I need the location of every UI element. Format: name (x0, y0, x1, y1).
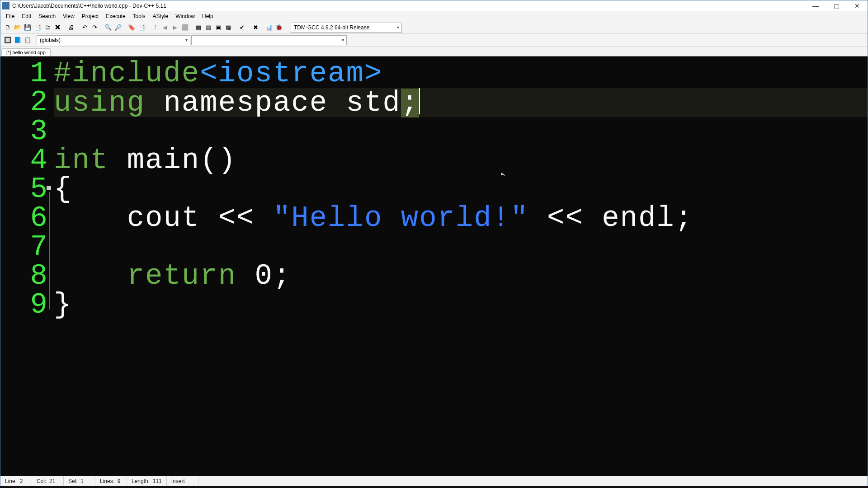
window-title: C:\Users\Jacob\Documents\C++\hello world… (12, 3, 805, 9)
code-area[interactable]: #include<iostream> using namespace std; … (54, 56, 868, 476)
goto-line-icon[interactable]: ⤴ (151, 23, 160, 32)
replace-icon[interactable]: 🔎 (113, 23, 123, 32)
new-file-icon[interactable]: 🗋 (3, 23, 12, 32)
print-icon[interactable]: 🖨 (66, 23, 75, 32)
status-sel: Sel: 1 (64, 476, 95, 486)
fold-marker-icon[interactable] (47, 186, 51, 190)
devcpp-taskbar-icon[interactable] (108, 486, 122, 488)
menu-window[interactable]: Window (172, 12, 198, 20)
bracket-guide (49, 192, 50, 310)
tabstrip: [*] hello world.cpp (0, 47, 868, 56)
taskbar-app-icon[interactable] (81, 486, 95, 488)
code-line (54, 233, 868, 262)
undo-icon[interactable]: ↶ (80, 23, 89, 32)
toolbar-main: 🗋 📂 💾 📑 🗂 🗙 🖨 ↶ ↷ 🔍 🔎 🔖 📑 ⤴ ◀ ▶ ⬛ ▦ ▥ ▣ … (0, 21, 868, 34)
line-gutter: 1 2 3 4 5 6 7 8 9 (0, 56, 54, 476)
code-line: #include<iostream> (54, 59, 868, 88)
menu-edit[interactable]: Edit (18, 12, 35, 20)
editor-tab[interactable]: [*] hello world.cpp (1, 48, 51, 56)
line-number: 8 (0, 262, 48, 291)
status-line: Line: 2 (0, 476, 32, 486)
chrome-icon[interactable] (27, 486, 41, 488)
stop-debug-icon[interactable]: ⬛ (180, 23, 189, 32)
line-number: 6 (0, 204, 48, 233)
code-editor[interactable]: 1 2 3 4 5 6 7 8 9 #include<iostream> usi… (0, 56, 868, 476)
titlebar: C:\Users\Jacob\Documents\C++\hello world… (0, 0, 868, 11)
code-line: { (54, 175, 868, 204)
menu-tools[interactable]: Tools (129, 12, 149, 20)
line-number: 7 (0, 233, 48, 262)
code-line: cout << "Hello world!" << endl; (54, 204, 868, 233)
redo-icon[interactable]: ↷ (90, 23, 99, 32)
debug-panel-icon[interactable]: 📋 (23, 36, 32, 45)
app-window: C:\Users\Jacob\Documents\C++\hello world… (0, 0, 868, 486)
file-explorer-icon[interactable] (41, 486, 54, 488)
minimize-button[interactable]: — (805, 1, 826, 11)
menu-project[interactable]: Project (78, 12, 102, 20)
nav-forward-icon[interactable]: ▶ (170, 23, 179, 32)
function-combo[interactable] (191, 35, 347, 45)
code-line: return 0; (54, 262, 868, 291)
line-number: 2 (0, 88, 48, 117)
nav-back-icon[interactable]: ◀ (160, 23, 170, 32)
line-number: 3 (0, 117, 48, 146)
find-icon[interactable]: 🔍 (104, 23, 113, 32)
close-button[interactable]: ✕ (847, 1, 868, 11)
close-all-icon[interactable]: 🗙 (53, 23, 62, 32)
save-project-icon[interactable]: 🗂 (43, 23, 52, 32)
premiere-icon[interactable]: Pr (122, 486, 136, 488)
project-panel-icon[interactable]: 📘 (13, 36, 22, 45)
menu-file[interactable]: File (2, 12, 18, 20)
compile-run-icon[interactable]: ▣ (214, 23, 223, 32)
menu-help[interactable]: Help (198, 12, 217, 20)
taskbar-app-icon[interactable] (68, 486, 81, 488)
status-length: Length: 111 (127, 476, 167, 486)
windows-taskbar: Pr ^ ☁ ◆ 🖧 📶 🔊 💬 1:11 PM 2/4/2016 (0, 486, 868, 488)
status-mode: Insert (167, 476, 198, 486)
code-line: } (54, 291, 868, 319)
line-number: 5 (0, 175, 48, 204)
menu-view[interactable]: View (59, 12, 78, 20)
matched-bracket: ; (401, 89, 419, 117)
compiler-select[interactable]: TDM-GCC 4.9.2 64-bit Release (291, 23, 402, 33)
taskbar-app-icon[interactable] (95, 486, 108, 488)
task-view-icon[interactable] (14, 486, 27, 488)
maximize-button[interactable]: ▢ (826, 1, 847, 11)
debug-icon[interactable]: 🐞 (274, 23, 283, 32)
text-caret (419, 88, 420, 114)
statusbar: Line: 2 Col: 21 Sel: 1 Lines: 9 Length: … (0, 476, 868, 486)
toggle-bookmark-icon[interactable]: 🔖 (127, 23, 136, 32)
menu-search[interactable]: Search (35, 12, 59, 20)
goto-bookmark-icon[interactable]: 📑 (137, 23, 146, 32)
class-browser-icon[interactable]: 🔲 (3, 36, 12, 45)
menubar: File Edit Search View Project Execute To… (0, 11, 868, 21)
code-line (54, 117, 868, 146)
open-icon[interactable]: 📂 (13, 23, 22, 32)
abort-icon[interactable]: ✖ (251, 23, 260, 32)
save-all-icon[interactable]: 📑 (33, 23, 42, 32)
menu-astyle[interactable]: AStyle (149, 12, 172, 20)
start-button[interactable] (0, 486, 14, 488)
rebuild-icon[interactable]: ▩ (224, 23, 233, 32)
code-line: using namespace std; (54, 88, 868, 117)
steam-icon[interactable] (54, 486, 68, 488)
run-icon[interactable]: ▥ (204, 23, 213, 32)
line-number: 4 (0, 146, 48, 175)
status-col: Col: 21 (32, 476, 64, 486)
line-number: 9 (0, 291, 48, 319)
menu-execute[interactable]: Execute (102, 12, 129, 20)
syntax-check-icon[interactable]: ✔ (237, 23, 246, 32)
save-icon[interactable]: 💾 (23, 23, 32, 32)
line-number: 1 (0, 59, 48, 88)
scope-combo[interactable]: (globals) (37, 35, 190, 45)
compile-icon[interactable]: ▦ (194, 23, 203, 32)
status-lines: Lines: 9 (95, 476, 127, 486)
app-icon (2, 2, 9, 9)
code-line: int main() (54, 146, 868, 175)
profile-icon[interactable]: 📊 (264, 23, 274, 32)
taskbar-app-icon[interactable] (136, 486, 149, 488)
toolbar-secondary: 🔲 📘 📋 (globals) (0, 34, 868, 47)
